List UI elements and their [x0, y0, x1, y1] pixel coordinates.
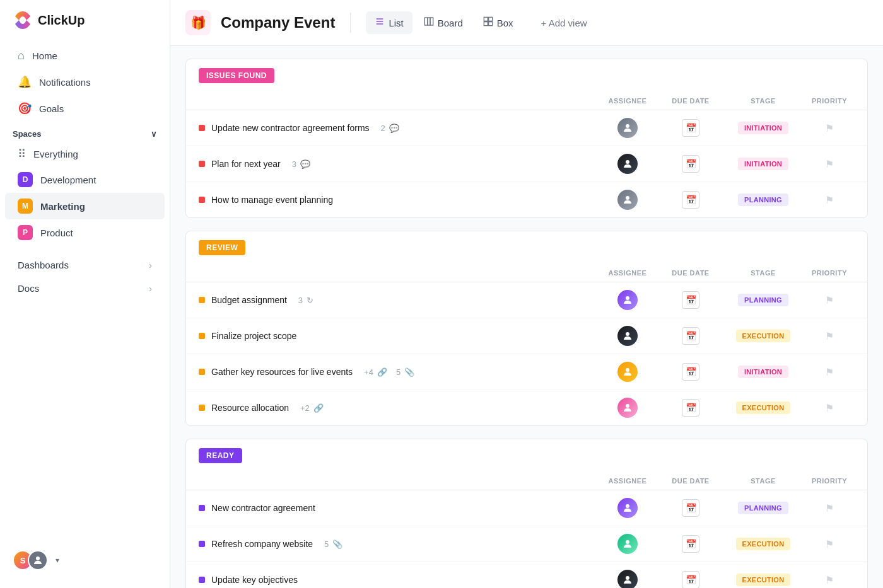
issues-table-header: ASSIGNEE DUE DATE STAGE PRIORITY — [186, 92, 867, 110]
review-table-header: ASSIGNEE DUE DATE STAGE PRIORITY — [186, 264, 867, 282]
th-due-date: DUE DATE — [659, 477, 722, 485]
space-icon: 🎁 — [185, 10, 211, 35]
task-meta: 5 📎 — [324, 539, 342, 549]
priority-cell: ⚑ — [804, 366, 855, 378]
svg-rect-6 — [430, 18, 433, 25]
due-date-cell[interactable]: 📅 — [659, 119, 722, 137]
sidebar-item-everything[interactable]: ⠿ Everything — [5, 141, 165, 166]
avatar — [617, 190, 638, 210]
logo[interactable]: ClickUp — [0, 10, 170, 43]
flag-icon: ⚑ — [825, 538, 834, 550]
task-meta: +4 🔗 5 📎 — [364, 367, 414, 377]
due-date-cell[interactable]: 📅 — [659, 535, 722, 553]
sidebar-item-marketing[interactable]: M Marketing — [5, 193, 165, 219]
task-status-dot — [199, 125, 205, 131]
ready-badge: READY — [199, 448, 242, 463]
sidebar-item-home[interactable]: ⌂ Home — [5, 43, 165, 69]
sidebar-item-dashboards[interactable]: Dashboards › — [5, 253, 165, 277]
grid-icon: ⠿ — [18, 147, 26, 161]
task-meta: +2 🔗 — [300, 403, 324, 413]
th-priority: PRIORITY — [804, 97, 855, 105]
svg-point-13 — [626, 196, 629, 200]
add-view-button[interactable]: + Add view — [532, 13, 596, 33]
due-date-cell[interactable]: 📅 — [659, 291, 722, 309]
docs-label: Docs — [18, 283, 39, 294]
due-date-cell[interactable]: 📅 — [659, 499, 722, 517]
sidebar-item-notifications[interactable]: 🔔 Notifications — [5, 69, 165, 95]
task-name-cell: Update key objectives — [199, 575, 596, 585]
stage-badge: EXECUTION — [736, 330, 791, 342]
avatar — [617, 154, 638, 174]
svg-point-12 — [626, 160, 629, 164]
spaces-section-header: Spaces ∨ — [0, 122, 170, 141]
sidebar-item-docs[interactable]: Docs › — [5, 277, 165, 300]
task-status-dot — [199, 505, 205, 511]
task-meta: 3 ↻ — [298, 296, 313, 305]
tab-box[interactable]: Box — [474, 11, 522, 34]
due-date-cell[interactable]: 📅 — [659, 363, 722, 381]
docs-chevron-icon: › — [149, 283, 152, 294]
task-count: 3 — [298, 296, 303, 305]
sidebar-item-home-label: Home — [32, 50, 57, 61]
task-count: 3 — [292, 159, 296, 169]
table-row[interactable]: Finalize project scope 📅 EXECUTION ⚑ — [186, 318, 867, 354]
assignee-cell — [596, 290, 659, 310]
section-ready-header: READY — [186, 439, 867, 472]
due-date-cell[interactable]: 📅 — [659, 571, 722, 588]
task-name: Finalize project scope — [211, 331, 296, 341]
dashboards-chevron-icon: › — [149, 260, 152, 270]
product-dot: P — [18, 225, 33, 240]
calendar-icon: 📅 — [682, 499, 699, 517]
sidebar-item-everything-label: Everything — [33, 149, 78, 159]
table-row[interactable]: New contractor agreement 📅 PLANNING ⚑ — [186, 490, 867, 526]
priority-cell: ⚑ — [804, 194, 855, 206]
th-stage: STAGE — [722, 97, 804, 105]
svg-rect-9 — [484, 22, 488, 26]
section-issues-found: ISSUES FOUND ASSIGNEE DUE DATE STAGE PRI… — [185, 59, 868, 218]
goals-icon: 🎯 — [18, 101, 32, 115]
table-row[interactable]: Update key objectives 📅 EXECUTION ⚑ — [186, 562, 867, 588]
table-row[interactable]: Plan for next year 3 💬 📅 INITIATION — [186, 146, 867, 182]
tab-list[interactable]: List — [366, 11, 412, 34]
task-name: Budget assignment — [211, 295, 287, 305]
stage-cell: EXECUTION — [722, 574, 804, 586]
table-row[interactable]: Refresh company website 5 📎 📅 EXECUTION — [186, 526, 867, 562]
user-avatars: S — [13, 550, 48, 570]
comment-icon: 💬 — [389, 124, 399, 133]
table-row[interactable]: How to manage event planning 📅 PLANNING … — [186, 182, 867, 217]
due-date-cell[interactable]: 📅 — [659, 399, 722, 417]
task-name-cell: Finalize project scope — [199, 331, 596, 341]
assignee-cell — [596, 570, 659, 588]
avatar — [617, 398, 638, 418]
task-name: Update new contractor agreement forms — [211, 123, 370, 133]
sidebar-item-development[interactable]: D Development — [5, 166, 165, 193]
table-row[interactable]: Resource allocation +2 🔗 📅 EXECUTION — [186, 390, 867, 425]
tab-board[interactable]: Board — [415, 11, 472, 34]
review-badge: REVIEW — [199, 240, 245, 255]
task-name: New contractor agreement — [211, 503, 315, 513]
task-name-cell: Update new contractor agreement forms 2 … — [199, 123, 596, 133]
table-row[interactable]: Update new contractor agreement forms 2 … — [186, 110, 867, 146]
sidebar-item-marketing-label: Marketing — [40, 201, 85, 212]
table-row[interactable]: Gather key resources for live events +4 … — [186, 354, 867, 390]
avatar — [617, 290, 638, 310]
priority-cell: ⚑ — [804, 574, 855, 586]
section-ready: READY ASSIGNEE DUE DATE STAGE PRIORITY N… — [185, 439, 868, 588]
due-date-cell[interactable]: 📅 — [659, 191, 722, 209]
sidebar-item-goals[interactable]: 🎯 Goals — [5, 95, 165, 122]
svg-point-11 — [626, 124, 629, 128]
due-date-cell[interactable]: 📅 — [659, 155, 722, 173]
box-tab-icon — [483, 16, 493, 29]
spaces-label: Spaces — [13, 129, 42, 139]
table-row[interactable]: Budget assignment 3 ↻ 📅 PLANNING — [186, 282, 867, 318]
due-date-cell[interactable]: 📅 — [659, 327, 722, 345]
logo-text: ClickUp — [38, 13, 85, 28]
svg-rect-7 — [484, 17, 488, 21]
spaces-chevron-icon[interactable]: ∨ — [151, 129, 157, 139]
sidebar-item-product[interactable]: P Product — [5, 219, 165, 246]
assignee-cell — [596, 118, 659, 138]
user-area[interactable]: S ▾ — [0, 543, 170, 578]
th-due-date: DUE DATE — [659, 97, 722, 105]
topbar: 🎁 Company Event List Board Box — [170, 0, 883, 46]
task-count: +2 — [300, 403, 310, 413]
